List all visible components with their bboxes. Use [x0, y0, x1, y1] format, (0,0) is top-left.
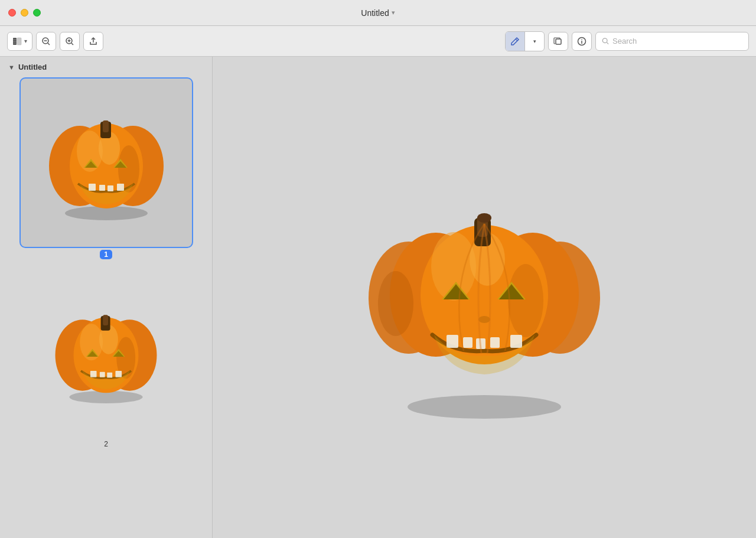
share-button[interactable] [83, 32, 103, 51]
svg-rect-50 [100, 371, 105, 377]
sidebar-collapse-icon[interactable]: ▼ [8, 64, 15, 71]
svg-point-16 [581, 39, 582, 40]
search-icon [602, 37, 609, 45]
sidebar-icon [12, 37, 22, 46]
annotate-button[interactable] [506, 32, 525, 51]
close-button[interactable] [8, 9, 16, 17]
svg-rect-76 [490, 337, 500, 348]
svg-rect-51 [107, 372, 112, 377]
svg-rect-77 [510, 335, 522, 348]
thumbnail-2[interactable] [21, 268, 192, 436]
toolbar-right: ▾ [505, 31, 749, 51]
page-badge-1: 1 [100, 250, 112, 259]
title-label: Untitled [361, 8, 389, 18]
sidebar-header: ▼ Untitled [0, 57, 212, 75]
duplicate-icon [553, 37, 563, 46]
thumbnail-2-label: 2 [104, 440, 108, 448]
sidebar-title: Untitled [18, 63, 47, 71]
svg-rect-35 [117, 184, 124, 191]
maximize-button[interactable] [33, 9, 41, 17]
title-chevron-icon[interactable]: ▾ [392, 9, 395, 17]
svg-rect-13 [556, 39, 561, 44]
content-area [213, 57, 756, 538]
info-icon [577, 37, 586, 46]
pen-icon [510, 37, 520, 46]
pumpkin-main-view [366, 171, 602, 425]
svg-line-7 [48, 43, 50, 45]
page-number-2: 2 [104, 440, 108, 448]
svg-rect-34 [107, 185, 113, 191]
thumbnail-1-label: 1 [100, 250, 112, 259]
zoom-in-icon [65, 37, 74, 46]
annotate-dropdown-icon: ▾ [533, 38, 536, 44]
svg-point-53 [408, 395, 561, 419]
svg-rect-44 [103, 315, 108, 325]
svg-rect-74 [463, 337, 472, 348]
svg-point-17 [602, 38, 607, 43]
svg-rect-27 [103, 120, 109, 132]
svg-line-18 [607, 43, 608, 44]
svg-rect-32 [89, 184, 96, 191]
zoom-out-icon [41, 37, 51, 46]
list-item[interactable]: 2 [7, 268, 205, 448]
traffic-lights[interactable] [8, 9, 41, 17]
title-bar: Untitled ▾ [0, 0, 756, 26]
svg-rect-33 [99, 185, 105, 191]
pumpkin-thumbnail-1 [41, 98, 171, 228]
thumbnail-1[interactable] [21, 79, 192, 247]
main-area: ▼ Untitled [0, 57, 756, 538]
share-icon [89, 37, 98, 46]
sidebar-toggle-button[interactable]: ▾ [7, 32, 32, 51]
svg-rect-49 [90, 371, 97, 377]
list-item[interactable]: 1 [7, 79, 205, 259]
svg-point-62 [378, 271, 413, 336]
annotate-button-group: ▾ [505, 31, 545, 51]
svg-rect-73 [447, 335, 458, 348]
svg-point-61 [508, 264, 543, 337]
annotate-dropdown-button[interactable]: ▾ [525, 32, 544, 51]
zoom-out-button[interactable] [36, 32, 56, 51]
sidebar: ▼ Untitled [0, 57, 213, 538]
toolbar: ▾ [0, 26, 756, 57]
svg-line-12 [516, 39, 517, 41]
sidebar-dropdown-arrow: ▾ [24, 38, 27, 44]
svg-line-11 [71, 43, 73, 45]
search-input[interactable] [612, 37, 742, 45]
minimize-button[interactable] [21, 9, 28, 17]
svg-rect-1 [17, 38, 21, 45]
svg-point-65 [477, 213, 491, 223]
window-title: Untitled ▾ [361, 8, 395, 18]
pumpkin-thumbnail-2 [48, 294, 164, 412]
sidebar-items-list: 1 [0, 75, 212, 461]
svg-point-72 [478, 316, 490, 323]
duplicate-button[interactable] [548, 32, 568, 51]
zoom-in-button[interactable] [60, 32, 80, 51]
svg-rect-52 [115, 371, 122, 377]
search-box[interactable] [595, 32, 749, 51]
info-button[interactable] [572, 32, 592, 51]
